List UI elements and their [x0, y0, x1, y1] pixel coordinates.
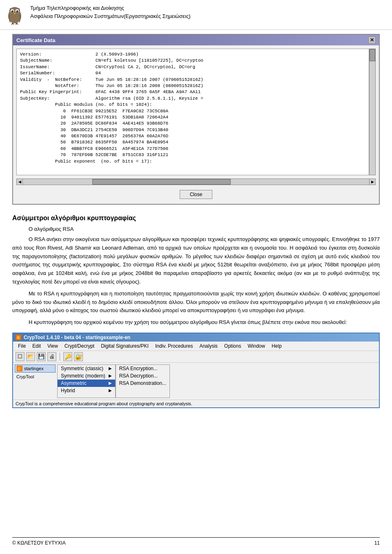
header-text: Τμήμα Τηλεπληροφορικής και Διοίκησης Ασφ… [30, 4, 191, 20]
menu-view[interactable]: View [44, 342, 61, 350]
toolbar-key2[interactable]: 🔐 [74, 352, 83, 361]
svg-point-7 [16, 10, 18, 13]
cert-dialog-close-button[interactable]: ✕ [368, 36, 376, 44]
cert-hscroll-thumb[interactable] [92, 179, 231, 185]
cryptool-title: CrypTool 1.4.10 - beta 04 - startingexam… [24, 335, 130, 340]
submenu-rsa-demo[interactable]: RSA Demonstration... [116, 380, 169, 387]
menu-crypt[interactable]: Crypt/Decrypt [61, 342, 98, 350]
cert-text: Version: 2 (X.509v3-1996) SubjectName: C… [20, 51, 365, 165]
cryptool-status-text: CrypTool is a comprehensive educational … [16, 401, 192, 406]
sidebar-tab-startingex[interactable]: C startingex [15, 364, 56, 373]
menu-edit[interactable]: Edit [29, 342, 44, 350]
cryptool-toolbar: ☐ 📂 💾 🖨 🔑 🔐 [13, 351, 379, 363]
menu-analysis[interactable]: Analysis [196, 342, 221, 350]
cryptool-titlebar: C CrypTool 1.4.10 - beta 04 - startingex… [13, 333, 379, 342]
svg-point-6 [11, 10, 13, 13]
certificate-dialog: Certificate Data ✕ Version: 2 (X.509v3-1… [12, 34, 380, 205]
menu-file[interactable]: File [15, 342, 29, 350]
sidebar-cryptool-label: CrypTool [15, 373, 56, 380]
menu-asymmetric-arrow: ▶ [109, 381, 112, 385]
svg-text:C: C [18, 367, 20, 370]
menu-asymmetric-label: Asymmetric [61, 380, 87, 386]
main-content: Ασύμμετροι αλγόριθμοι κρυπτογραφίας Ο αλ… [0, 205, 392, 416]
menu-asymmetric[interactable]: Asymmetric ▶ [58, 380, 115, 387]
submenu-rsa-decrypt[interactable]: RSA Decryption... [116, 372, 169, 380]
toolbar-new[interactable]: ☐ [16, 352, 24, 361]
sidebar-tab-label: startingex [24, 366, 44, 371]
cryptool-sidebar: C startingex CrypTool [15, 364, 56, 398]
cert-hscroll-left-btn[interactable]: ◀ [16, 179, 23, 185]
menu-hybrid[interactable]: Hybrid ▶ [58, 387, 115, 394]
submenu-rsa-demo-label: RSA Demonstration... [119, 380, 166, 386]
footer-left: © ΚΩΛΕΤΣΟΥ ΕΥΤΥΧΙΑ [12, 540, 66, 546]
menu-window[interactable]: Window [244, 342, 268, 350]
menu-indiv[interactable]: Indiv. Procedures [152, 342, 196, 350]
cert-close-button[interactable]: Close [180, 190, 213, 199]
page-header: Τμήμα Τηλεπληροφορικής και Διοίκησης Ασφ… [0, 0, 392, 30]
cert-content: Version: 2 (X.509v3-1996) SubjectName: C… [16, 49, 369, 175]
cryptool-status: CrypTool is a comprehensive educational … [13, 400, 379, 407]
header-line1: Τμήμα Τηλεπληροφορικής και Διοίκησης [30, 4, 191, 12]
menu-help[interactable]: Help [268, 342, 285, 350]
section-heading: Ασύμμετροι αλγόριθμοι κρυπτογραφίας [12, 214, 380, 222]
toolbar-key1[interactable]: 🔑 [63, 352, 72, 361]
menu-hybrid-arrow: ▶ [109, 388, 112, 393]
section-para2: Με το RSA η κρυπτογράφηση και η πιστοποί… [12, 290, 380, 315]
section-para1: Ο RSA ανήκει στην οικογένεια των ασύμμετ… [12, 235, 380, 286]
cryptool-body: C startingex CrypTool Symmetric (classic… [13, 363, 379, 400]
svg-point-9 [16, 11, 17, 11]
asymmetric-submenu: RSA Encryption... RSA Decryption... RSA … [116, 364, 170, 398]
cryptool-window: C CrypTool 1.4.10 - beta 04 - startingex… [12, 333, 380, 408]
section-para3: Η κρυπτογράφηση του αρχικού κειμένου την… [12, 318, 380, 327]
cert-dialog-titlebar: Certificate Data ✕ [13, 35, 379, 45]
submenu-rsa-encrypt[interactable]: RSA Encryption... [116, 365, 169, 372]
menu-symmetric-classic[interactable]: Symmetric (classic) ▶ [58, 365, 115, 372]
cert-close-row: Close [13, 187, 379, 204]
toolbar-save[interactable]: 💾 [37, 352, 46, 361]
cert-hscroll-track[interactable] [23, 179, 369, 185]
footer-right: 11 [374, 540, 380, 546]
cert-horizontal-scrollbar[interactable]: ◀ ▶ [16, 179, 376, 185]
menu-hybrid-label: Hybrid [61, 388, 75, 393]
crypt-decrypt-menu: Symmetric (classic) ▶ Symmetric (modern)… [57, 364, 116, 398]
toolbar-separator [60, 353, 60, 361]
menu-symmetric-modern-arrow: ▶ [109, 373, 112, 378]
dropdown-area: Symmetric (classic) ▶ Symmetric (modern)… [57, 364, 170, 398]
svg-point-8 [11, 11, 12, 11]
menu-digital[interactable]: Digital Signatures/PKI [98, 342, 152, 350]
menu-symmetric-classic-label: Symmetric (classic) [61, 366, 103, 371]
toolbar-open[interactable]: 📂 [26, 352, 35, 361]
page-footer: © ΚΩΛΕΤΣΟΥ ΕΥΤΥΧΙΑ 11 [12, 537, 380, 546]
cert-dialog-title-text: Certificate Data [16, 37, 55, 43]
cert-scrollbar-thumb[interactable] [370, 49, 375, 61]
cryptool-icon: C [16, 335, 21, 340]
menu-symmetric-modern[interactable]: Symmetric (modern) ▶ [58, 372, 115, 380]
menu-symmetric-modern-label: Symmetric (modern) [61, 373, 105, 379]
cert-hscroll-right-btn[interactable]: ▶ [369, 179, 376, 185]
toolbar-print[interactable]: 🖨 [47, 352, 56, 361]
header-logo [4, 4, 25, 25]
sidebar-tab-icon: C [17, 366, 22, 371]
header-line2: Ασφάλεια Πληροφοριακών Συστημάτων(Εργαστ… [30, 12, 191, 20]
cryptool-menubar: File Edit View Crypt/Decrypt Digital Sig… [13, 342, 379, 351]
cert-vertical-scrollbar[interactable] [369, 49, 376, 175]
menu-options[interactable]: Options [221, 342, 244, 350]
menu-symmetric-classic-arrow: ▶ [109, 366, 112, 371]
section-subheading: Ο αλγόριθμος RSA [29, 226, 380, 232]
submenu-rsa-decrypt-label: RSA Decryption... [119, 373, 158, 379]
svg-text:C: C [17, 336, 20, 340]
submenu-rsa-encrypt-label: RSA Encryption... [119, 366, 158, 371]
